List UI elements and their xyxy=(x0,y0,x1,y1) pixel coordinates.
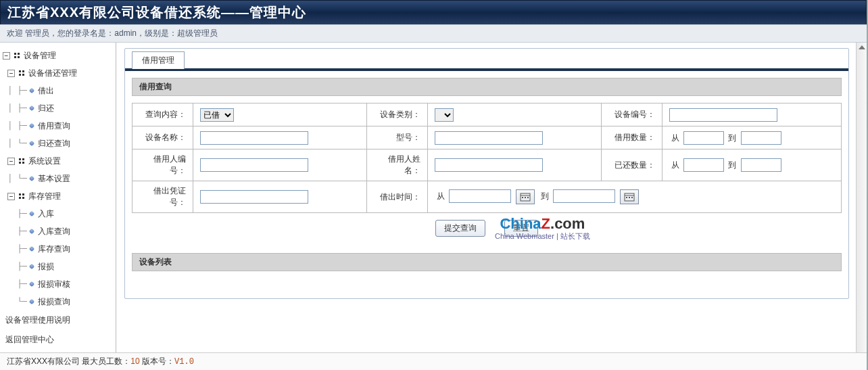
calendar-icon xyxy=(520,192,531,202)
leaf-icon xyxy=(28,140,35,147)
scrollbar[interactable] xyxy=(856,43,867,352)
leaf-icon xyxy=(28,175,35,182)
footer: 江苏省XXX有限公司 最大员工数：10 版本号：V1.0 xyxy=(0,352,867,370)
tree-root[interactable]: − 设备管理 xyxy=(3,47,113,64)
input-voucher-no[interactable] xyxy=(200,190,308,204)
svg-rect-2 xyxy=(522,197,523,198)
section-list-header: 设备列表 xyxy=(132,253,842,271)
input-returned-qty-to[interactable] xyxy=(741,158,781,172)
link-back-center[interactable]: 返回管理中心 xyxy=(5,335,54,344)
input-returned-qty-from[interactable] xyxy=(683,158,724,172)
tree-item-damage-audit[interactable]: ├─报损审核 xyxy=(3,275,113,293)
query-form: 查询内容： 已借 设备类别： 设备编号： xyxy=(132,103,842,213)
select-device-type[interactable] xyxy=(435,108,454,122)
svg-rect-3 xyxy=(525,197,526,198)
tree-root-label[interactable]: 设备管理 xyxy=(24,50,56,62)
tree-item-return-query[interactable]: │ └─归还查询 xyxy=(3,135,113,152)
tree-item-damage-query[interactable]: └─报损查询 xyxy=(3,293,113,310)
tree-group-system[interactable]: − 系统设置 xyxy=(3,152,113,170)
select-query-content[interactable]: 已借 xyxy=(200,108,234,122)
tabbar: 借用管理 xyxy=(125,49,848,71)
label-returned-qty: 已还数量： xyxy=(601,149,662,181)
leaf-icon xyxy=(28,210,35,217)
module-icon xyxy=(13,51,21,60)
label-voucher-no: 借出凭证号： xyxy=(132,181,193,213)
svg-rect-7 xyxy=(626,197,627,198)
input-model[interactable] xyxy=(435,131,543,145)
input-borrow-time-to[interactable] xyxy=(553,189,615,203)
welcome-bar: 欢迎 管理员，您的登录名是：admin，级别是：超级管理员 xyxy=(0,24,867,43)
input-borrow-qty-from[interactable] xyxy=(683,131,724,145)
tree-item-stock-query[interactable]: ├─库存查询 xyxy=(3,240,113,258)
section-query-header: 借用查询 xyxy=(132,78,842,96)
input-borrower-name[interactable] xyxy=(435,158,543,172)
leaf-icon xyxy=(28,263,35,270)
leaf-icon xyxy=(28,87,35,94)
input-borrower-no[interactable] xyxy=(200,158,308,172)
leaf-icon xyxy=(28,281,35,287)
tree-item-return[interactable]: │ ├─归还 xyxy=(3,99,113,117)
leaf-icon xyxy=(28,246,35,252)
leaf-icon xyxy=(28,105,35,112)
tree-item-inbound[interactable]: ├─入库 xyxy=(3,205,113,223)
input-device-name[interactable] xyxy=(200,131,308,145)
label-device-no: 设备编号： xyxy=(601,103,662,126)
input-borrow-qty-to[interactable] xyxy=(741,131,781,145)
tree-group-stock[interactable]: − 库存管理 xyxy=(3,187,113,205)
sidebar: − 设备管理 − 设备借还管理 xyxy=(0,43,116,352)
collapse-icon[interactable]: − xyxy=(7,70,15,77)
tree-item-damage[interactable]: ├─报损 xyxy=(3,258,113,275)
label-borrow-qty: 借用数量： xyxy=(601,126,662,149)
collapse-icon[interactable]: − xyxy=(3,52,10,60)
leaf-icon xyxy=(28,228,35,235)
reset-button[interactable]: 重置 xyxy=(504,220,538,237)
datepicker-to-button[interactable] xyxy=(620,189,639,204)
tree-item-basic-settings[interactable]: │ └─基本设置 xyxy=(3,170,113,187)
tree-item-lend[interactable]: │ ├─借出 xyxy=(3,82,113,99)
collapse-icon[interactable]: − xyxy=(7,158,15,165)
svg-rect-4 xyxy=(527,197,529,198)
datepicker-from-button[interactable] xyxy=(516,189,535,204)
label-device-type: 设备类别： xyxy=(366,103,427,126)
svg-rect-8 xyxy=(629,197,630,198)
app-title: 江苏省XXX有限公司设备借还系统——管理中心 xyxy=(7,3,859,22)
app-header: 江苏省XXX有限公司设备借还系统——管理中心 xyxy=(0,0,867,24)
main-area: 借用管理 借用查询 查询内容： 已借 设备类别： xyxy=(116,43,856,352)
input-device-no[interactable] xyxy=(669,108,777,122)
collapse-icon[interactable]: − xyxy=(7,193,15,200)
device-list-empty xyxy=(132,271,842,292)
input-borrow-time-from[interactable] xyxy=(449,189,511,203)
tab-borrow-manage[interactable]: 借用管理 xyxy=(132,51,185,69)
label-borrow-time: 借出时间： xyxy=(366,181,427,213)
label-borrower-no: 借用人编号： xyxy=(132,149,193,181)
label-model: 型号： xyxy=(366,126,427,149)
calendar-icon xyxy=(624,192,635,202)
panel: 借用管理 借用查询 查询内容： 已借 设备类别： xyxy=(124,48,849,299)
label-query-content: 查询内容： xyxy=(132,103,193,126)
leaf-icon xyxy=(28,122,35,129)
svg-rect-9 xyxy=(631,197,633,198)
label-device-name: 设备名称： xyxy=(132,126,193,149)
label-borrower-name: 借用人姓名： xyxy=(366,149,427,181)
tree-item-borrow-query[interactable]: │ ├─借用查询 xyxy=(3,117,113,135)
module-icon xyxy=(18,69,26,77)
leaf-icon xyxy=(28,298,35,305)
tree-group-borrow[interactable]: − 设备借还管理 xyxy=(3,64,113,82)
tree-item-inbound-query[interactable]: ├─入库查询 xyxy=(3,223,113,240)
module-icon xyxy=(18,157,26,165)
link-usage-guide[interactable]: 设备管理使用说明 xyxy=(5,315,70,325)
submit-query-button[interactable]: 提交查询 xyxy=(435,220,485,237)
module-icon xyxy=(18,192,26,200)
